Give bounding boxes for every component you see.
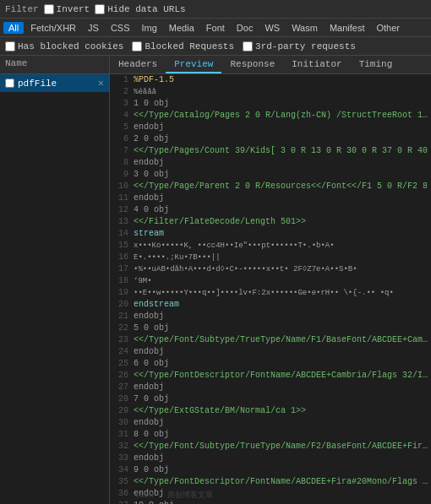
line-number: 10	[110, 181, 134, 192]
blocked-cookies-checkbox[interactable]	[5, 41, 15, 51]
line-number: 31	[110, 429, 134, 441]
blocked-cookies-label[interactable]: Has blocked cookies	[5, 41, 123, 51]
line-number: 5	[110, 122, 134, 133]
preview-content[interactable]: 1%PDF-1.52%éååå31 0 obj4<</Type/Catalog/…	[110, 74, 431, 504]
line-content: %éååå	[134, 86, 431, 98]
type-tab-font[interactable]: Font	[201, 22, 230, 34]
line-content: %PDF-1.5	[134, 74, 431, 86]
line-content: <</Filter/FlateDecode/Length 501>>	[134, 216, 431, 228]
line-content: 5 0 obj	[134, 322, 431, 334]
code-line: 124 0 obj	[110, 204, 431, 216]
code-line: 5endobj	[110, 122, 431, 133]
blocked-requests-text: Blocked Requests	[145, 41, 234, 51]
code-line: 3710 0 obj	[110, 500, 431, 504]
line-content: E•.••••.;Ku•7B•••||	[134, 252, 431, 263]
code-line: 23<</Type/Font/Subtype/TrueType/Name/F1/…	[110, 334, 431, 346]
line-content: 1 0 obj	[134, 98, 431, 110]
code-line: 33endobj	[110, 453, 431, 464]
type-tab-all[interactable]: All	[3, 22, 24, 34]
line-content: endobj	[134, 488, 431, 500]
type-tab-other[interactable]: Other	[371, 22, 405, 34]
type-tab-ws[interactable]: WS	[259, 22, 285, 34]
code-line: 225 0 obj	[110, 322, 431, 334]
code-line: 62 0 obj	[110, 133, 431, 145]
line-content: endobj	[134, 122, 431, 133]
code-line: 36endobj	[110, 488, 431, 500]
close-icon[interactable]: ✕	[98, 77, 104, 89]
invert-checkbox-label[interactable]: Invert	[44, 4, 90, 14]
file-list: pdfFile ✕	[0, 74, 110, 504]
pane-header: Name HeadersPreviewResponseInitiatorTimi…	[0, 56, 431, 74]
name-column-header: Name	[0, 56, 110, 73]
third-party-text: 3rd-party requests	[255, 41, 356, 51]
line-content: endobj	[134, 346, 431, 358]
line-number: 11	[110, 192, 134, 204]
detail-tab-initiator[interactable]: Initiator	[283, 57, 350, 73]
code-line: 8endobj	[110, 157, 431, 169]
line-content: 2 0 obj	[134, 133, 431, 145]
line-number: 33	[110, 453, 134, 464]
type-tab-wasm[interactable]: Wasm	[286, 22, 323, 34]
line-number: 1	[110, 74, 134, 86]
blocked-cookies-text: Has blocked cookies	[18, 41, 123, 51]
file-item-checkbox[interactable]	[5, 79, 14, 88]
line-content: <</Type/Font/Subtype/TrueType/Name/F2/Ba…	[134, 441, 431, 453]
line-content: <</Type/ExtGState/BM/Normal/ca 1>>	[134, 405, 431, 417]
type-tab-media[interactable]: Media	[164, 22, 199, 34]
code-line: 21endobj	[110, 311, 431, 322]
type-tab-manifest[interactable]: Manifest	[325, 22, 370, 34]
code-line: 14stream	[110, 228, 431, 240]
third-party-label[interactable]: 3rd-party requests	[243, 41, 356, 51]
type-tab-doc[interactable]: Doc	[232, 22, 259, 34]
invert-checkbox[interactable]	[44, 4, 54, 14]
line-number: 22	[110, 322, 134, 334]
line-number: 28	[110, 393, 134, 405]
code-line: 7<</Type/Pages/Count 39/Kids[ 3 0 R 13 0…	[110, 145, 431, 157]
line-number: 30	[110, 417, 134, 429]
line-number: 27	[110, 382, 134, 393]
code-line: 1%PDF-1.5	[110, 74, 431, 86]
code-line: 17•%••uAB•dåh•A•••d•d◊•C•-•••••x••t• 2F◊…	[110, 263, 431, 275]
detail-tab-preview[interactable]: Preview	[166, 57, 221, 73]
detail-tab-response[interactable]: Response	[221, 57, 283, 73]
line-content: endobj	[134, 192, 431, 204]
type-tab-css[interactable]: CSS	[106, 22, 135, 34]
code-line: 20endstream	[110, 299, 431, 311]
detail-tab-headers[interactable]: Headers	[110, 57, 166, 73]
code-line: 11endobj	[110, 192, 431, 204]
line-number: 26	[110, 370, 134, 382]
line-number: 4	[110, 110, 134, 122]
main-content: pdfFile ✕ 1%PDF-1.52%éååå31 0 obj4<</Typ…	[0, 74, 431, 504]
line-number: 13	[110, 216, 134, 228]
line-number: 19	[110, 287, 134, 299]
line-content: endobj	[134, 453, 431, 464]
code-line: 32<</Type/Font/Subtype/TrueType/Name/F2/…	[110, 441, 431, 453]
line-content: endobj	[134, 417, 431, 429]
line-number: 12	[110, 204, 134, 216]
line-content: <</Type/Font/Subtype/TrueType/Name/F1/Ba…	[134, 334, 431, 346]
line-number: 15	[110, 240, 134, 252]
type-tab-js[interactable]: JS	[83, 22, 104, 34]
type-tab-img[interactable]: Img	[137, 22, 162, 34]
line-content: endobj	[134, 157, 431, 169]
file-item-name: pdfFile	[18, 79, 57, 89]
invert-label: Invert	[57, 4, 90, 14]
hide-urls-checkbox-label[interactable]: Hide data URLs	[95, 4, 185, 14]
code-line: 16 E•.••••.;Ku•7B•••||	[110, 252, 431, 263]
type-tab-fetch-xhr[interactable]: Fetch/XHR	[25, 22, 81, 34]
blocked-requests-checkbox[interactable]	[132, 41, 142, 51]
blocked-requests-label[interactable]: Blocked Requests	[132, 41, 234, 51]
detail-tab-timing[interactable]: Timing	[351, 57, 401, 73]
code-line: 35<</Type/FontDescriptor/FontName/ABCDEE…	[110, 476, 431, 488]
code-line: 2%éååå	[110, 86, 431, 98]
line-content: 6 0 obj	[134, 358, 431, 370]
detail-tabs: HeadersPreviewResponseInitiatorTiming	[110, 56, 431, 73]
line-number: 32	[110, 441, 134, 453]
code-line: 19••E••w•••••Y•••q••]••••lv•F:2x••••••Ge…	[110, 287, 431, 299]
third-party-checkbox[interactable]	[243, 41, 253, 51]
file-item[interactable]: pdfFile ✕	[0, 74, 109, 92]
line-content: <</Type/Pages/Count 39/Kids[ 3 0 R 13 0 …	[134, 145, 431, 157]
hide-urls-checkbox[interactable]	[95, 4, 105, 14]
line-content: 8 0 obj	[134, 429, 431, 441]
line-content: 4 0 obj	[134, 204, 431, 216]
